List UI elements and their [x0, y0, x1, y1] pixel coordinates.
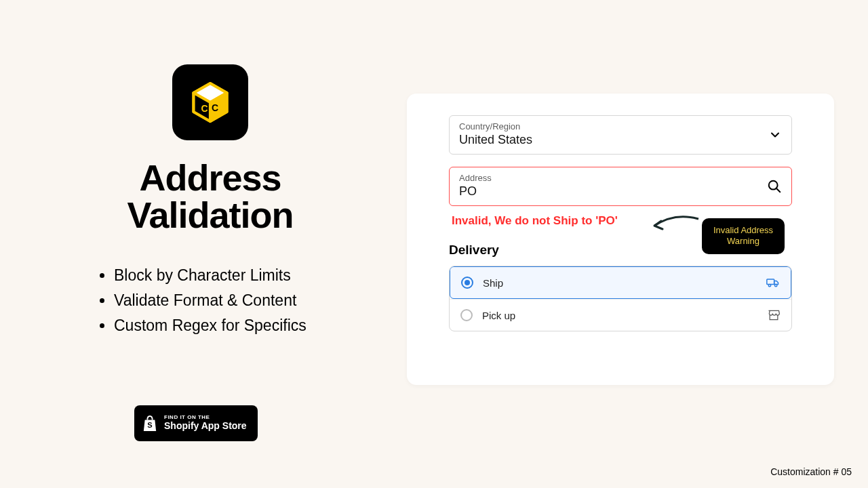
- radio-ship[interactable]: [461, 277, 473, 289]
- ship-label: Ship: [483, 277, 503, 289]
- search-icon[interactable]: [767, 179, 782, 194]
- country-region-select[interactable]: Country/Region United States: [449, 115, 792, 155]
- address-value: PO: [459, 184, 782, 199]
- country-value: United States: [459, 133, 782, 147]
- address-input[interactable]: Address PO: [449, 167, 792, 206]
- shopify-bag-icon: S: [142, 415, 157, 432]
- annotation-bubble: Invalid Address Warning: [702, 218, 785, 254]
- svg-point-6: [768, 285, 770, 287]
- cube-logo-icon: C C: [186, 79, 234, 126]
- footer-tag: Customization # 05: [770, 466, 852, 477]
- feature-item: Block by Character Limits: [114, 266, 346, 285]
- svg-text:S: S: [147, 421, 152, 429]
- truck-icon: [766, 276, 780, 289]
- page-title: Address Validation: [75, 159, 346, 234]
- feature-item: Validate Format & Content: [114, 291, 346, 310]
- feature-list: Block by Character Limits Validate Forma…: [75, 266, 346, 335]
- svg-line-4: [776, 188, 781, 192]
- feature-item: Custom Regex for Specifics: [114, 317, 346, 335]
- app-icon: C C: [172, 64, 248, 140]
- delivery-option-ship[interactable]: Ship: [450, 266, 791, 299]
- badge-text: FIND IT ON THE Shopify App Store: [164, 415, 247, 431]
- radio-pickup[interactable]: [460, 309, 473, 321]
- delivery-option-pickup[interactable]: Pick up: [450, 299, 791, 331]
- svg-text:C: C: [201, 103, 208, 114]
- shopify-app-store-badge[interactable]: S FIND IT ON THE Shopify App Store: [134, 405, 258, 441]
- svg-text:C: C: [212, 102, 218, 113]
- address-label: Address: [459, 173, 782, 183]
- store-icon: [767, 308, 781, 322]
- svg-point-7: [775, 285, 777, 287]
- svg-rect-5: [767, 279, 774, 285]
- chevron-down-icon: [768, 128, 782, 142]
- delivery-options: Ship Pick up: [449, 266, 792, 331]
- pickup-label: Pick up: [482, 310, 515, 321]
- country-label: Country/Region: [459, 121, 782, 131]
